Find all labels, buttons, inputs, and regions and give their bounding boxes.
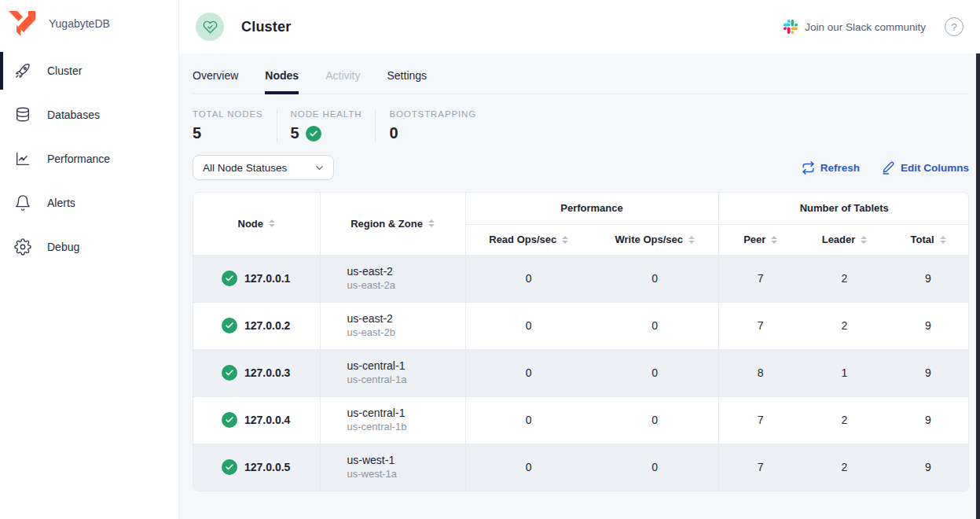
table-row: 127.0.0.5 us-west-1 us-west-1a 0 0 7 2 9 (193, 444, 969, 491)
stat-value: 5 (291, 124, 362, 142)
leader-tablets-value: 2 (802, 396, 886, 444)
column-label: Read Ops/sec (489, 234, 556, 245)
region-label: us-east-2 (347, 312, 465, 325)
write-ops-value: 0 (592, 255, 718, 302)
tab-bar: Overview Nodes Activity Settings (193, 53, 969, 94)
nodes-table-card: Node Region & Zone Performance Number of… (193, 192, 969, 491)
read-ops-value: 0 (465, 444, 592, 491)
rocket-icon (14, 62, 31, 79)
sort-icon (940, 236, 946, 244)
zone-label: us-east-2b (347, 326, 465, 339)
tab-settings[interactable]: Settings (387, 69, 428, 94)
slack-community-link[interactable]: Join our Slack community (784, 20, 926, 34)
node-status-ok-icon (222, 412, 237, 428)
content: Overview Nodes Activity Settings TOTAL N… (179, 53, 980, 519)
read-ops-value: 0 (465, 349, 592, 396)
column-label: Write Ops/sec (615, 234, 683, 245)
sort-icon (861, 236, 867, 244)
stat-node-health: NODE HEALTH 5 (277, 109, 376, 142)
help-icon[interactable]: ? (945, 17, 963, 36)
table-toolbar: All Node Statuses Refresh (193, 155, 969, 180)
sidebar-item-alerts[interactable]: Alerts (0, 181, 178, 225)
column-label: Leader (822, 234, 856, 245)
read-ops-value: 0 (465, 302, 592, 349)
tab-activity[interactable]: Activity (325, 69, 360, 94)
vertical-scrollbar[interactable] (976, 53, 980, 519)
peer-tablets-value: 8 (718, 349, 802, 396)
edit-columns-button[interactable]: Edit Columns (882, 161, 969, 175)
table-body: 127.0.0.1 us-east-2 us-east-2a 0 0 7 2 9… (193, 255, 969, 491)
stats-row: TOTAL NODES 5 NODE HEALTH 5 BOOTSTRAPPIN… (193, 109, 969, 142)
stat-bootstrapping: BOOTSTRAPPING 0 (375, 109, 490, 142)
column-header-leader[interactable]: Leader (802, 224, 886, 255)
node-status-ok-icon (222, 318, 237, 333)
sort-icon (269, 219, 275, 227)
read-ops-value: 0 (465, 396, 592, 444)
topbar: Cluster Join our Slack community ? (179, 0, 980, 53)
total-tablets-value: 9 (886, 302, 969, 349)
node-status-ok-icon (222, 365, 237, 381)
app-window: YugabyteDB Cluster Databases (0, 0, 980, 519)
toolbar-actions: Refresh Edit Columns (802, 161, 969, 175)
peer-tablets-value: 7 (718, 255, 802, 302)
refresh-label: Refresh (820, 162, 860, 174)
column-header-write-ops[interactable]: Write Ops/sec (592, 224, 718, 255)
sidebar-item-label: Performance (47, 153, 110, 165)
region-label: us-east-2 (347, 265, 465, 278)
node-status-filter-value: All Node Statuses (203, 162, 287, 174)
chevron-down-icon (314, 162, 325, 174)
topbar-right: Join our Slack community ? (784, 17, 963, 36)
stat-label: NODE HEALTH (291, 109, 362, 119)
sidebar-nav: Cluster Databases Performance (0, 49, 178, 269)
heart-check-icon (203, 20, 218, 35)
performance-chart-icon (14, 150, 31, 167)
leader-tablets-value: 1 (802, 349, 886, 396)
column-header-total[interactable]: Total (886, 224, 969, 255)
table-row: 127.0.0.3 us-central-1 us-central-1a 0 0… (193, 349, 969, 396)
read-ops-value: 0 (465, 255, 592, 302)
slack-link-label: Join our Slack community (805, 21, 926, 33)
table-row: 127.0.0.2 us-east-2 us-east-2b 0 0 7 2 9 (193, 302, 969, 349)
zone-label: us-east-2a (347, 279, 465, 292)
peer-tablets-value: 7 (718, 396, 802, 444)
zone-label: us-central-1b (347, 421, 465, 433)
brand: YugabyteDB (0, 0, 178, 41)
tab-nodes[interactable]: Nodes (265, 69, 299, 94)
stat-value: 0 (389, 124, 476, 142)
region-label: us-west-1 (347, 454, 465, 466)
column-label: Total (910, 234, 934, 245)
cluster-health-avatar (196, 13, 224, 41)
sidebar: YugabyteDB Cluster Databases (0, 0, 179, 519)
node-status-filter[interactable]: All Node Statuses (193, 155, 334, 180)
bell-icon (14, 194, 31, 212)
sidebar-item-label: Databases (47, 109, 100, 121)
region-label: us-central-1 (347, 407, 465, 419)
slack-icon (784, 20, 798, 34)
column-label: Region & Zone (351, 218, 423, 230)
column-header-read-ops[interactable]: Read Ops/sec (465, 224, 592, 255)
column-header-region-zone[interactable]: Region & Zone (320, 193, 465, 255)
yugabytedb-logo-icon (6, 8, 38, 39)
peer-tablets-value: 7 (718, 444, 802, 491)
sidebar-item-databases[interactable]: Databases (0, 93, 178, 137)
help-glyph: ? (951, 21, 956, 33)
column-label: Peer (743, 234, 765, 245)
sidebar-item-debug[interactable]: Debug (0, 225, 178, 269)
tab-overview[interactable]: Overview (193, 69, 238, 94)
table-row: 127.0.0.4 us-central-1 us-central-1b 0 0… (193, 396, 969, 444)
stat-value: 5 (193, 124, 263, 142)
node-ip: 127.0.0.2 (244, 319, 290, 332)
sidebar-item-performance[interactable]: Performance (0, 137, 178, 181)
sidebar-item-cluster[interactable]: Cluster (0, 49, 178, 93)
sort-icon (562, 236, 568, 244)
stat-label: TOTAL NODES (193, 109, 263, 119)
zone-label: us-central-1a (347, 374, 465, 386)
brand-name: YugabyteDB (49, 17, 110, 30)
column-header-node[interactable]: Node (193, 193, 320, 255)
node-status-ok-icon (222, 459, 237, 475)
write-ops-value: 0 (592, 396, 718, 444)
refresh-button[interactable]: Refresh (802, 161, 860, 175)
write-ops-value: 0 (592, 349, 718, 396)
column-header-peer[interactable]: Peer (718, 224, 802, 255)
table-row: 127.0.0.1 us-east-2 us-east-2a 0 0 7 2 9 (193, 255, 969, 302)
